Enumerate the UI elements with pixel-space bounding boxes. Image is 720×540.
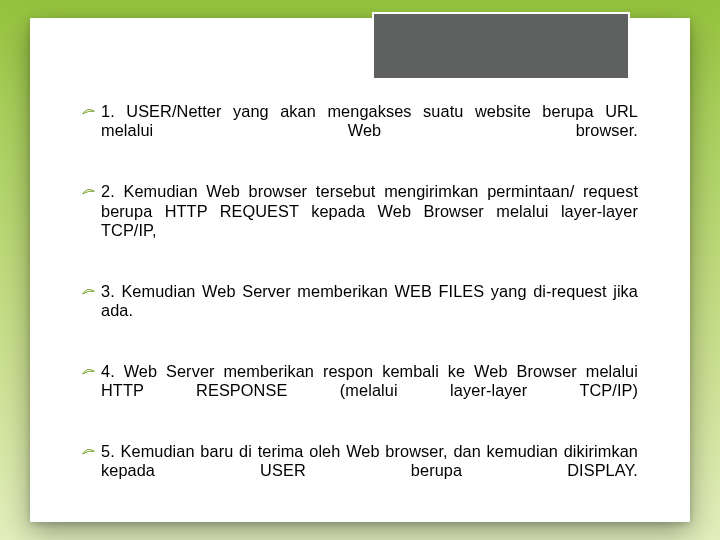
list-item-text: 2. Kemudian Web browser tersebut mengiri… [101, 182, 638, 260]
swish-bullet-icon [82, 447, 95, 458]
list-item-text: 1. USER/Netter yang akan mengakses suatu… [101, 102, 638, 160]
list-item-text: 4. Web Server memberikan respon kembali … [101, 362, 638, 420]
list-item: 1. USER/Netter yang akan mengakses suatu… [82, 102, 638, 160]
item-number: 5. [101, 442, 115, 460]
item-number: 1. [101, 102, 115, 120]
list-item: 3. Kemudian Web Server memberikan WEB FI… [82, 282, 638, 340]
list-item: 4. Web Server memberikan respon kembali … [82, 362, 638, 420]
item-number: 3. [101, 282, 115, 300]
swish-bullet-icon [82, 367, 95, 378]
item-number: 4. [101, 362, 115, 380]
item-body: Web Server memberikan respon kembali ke … [101, 362, 638, 399]
list-item-text: 5. Kemudian baru di terima oleh Web brow… [101, 442, 638, 500]
slide-stage: 1. USER/Netter yang akan mengakses suatu… [0, 0, 720, 540]
content-area: 1. USER/Netter yang akan mengakses suatu… [82, 102, 638, 492]
item-body: Kemudian Web browser tersebut mengirimka… [101, 182, 638, 239]
list-item: 5. Kemudian baru di terima oleh Web brow… [82, 442, 638, 500]
item-number: 2. [101, 182, 115, 200]
list-item-text: 3. Kemudian Web Server memberikan WEB FI… [101, 282, 638, 340]
swish-bullet-icon [82, 187, 95, 198]
item-body: Kemudian Web Server memberikan WEB FILES… [101, 282, 638, 319]
item-body: USER/Netter yang akan mengakses suatu we… [101, 102, 638, 139]
title-placeholder-rect [372, 12, 630, 80]
list-item: 2. Kemudian Web browser tersebut mengiri… [82, 182, 638, 260]
swish-bullet-icon [82, 287, 95, 298]
swish-bullet-icon [82, 107, 95, 118]
item-body: Kemudian baru di terima oleh Web browser… [101, 442, 638, 479]
slide-card: 1. USER/Netter yang akan mengakses suatu… [30, 18, 690, 522]
